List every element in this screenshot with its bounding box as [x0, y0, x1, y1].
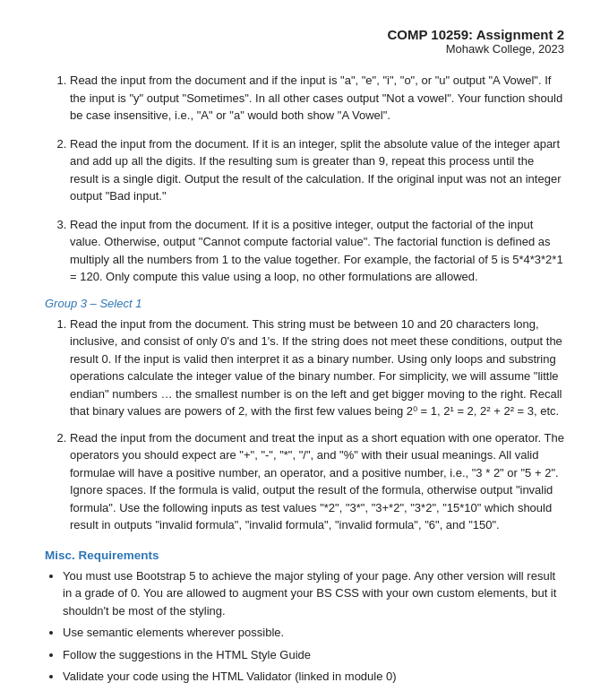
misc-item-2: Follow the suggestions in the HTML Style…	[63, 648, 311, 661]
misc-list: You must use Bootstrap 5 to achieve the …	[45, 567, 564, 686]
list-item: Read the input from the document and tre…	[70, 429, 564, 534]
page-header: COMP 10259: Assignment 2 Mohawk College,…	[45, 27, 564, 56]
misc-item-3: Validate your code using the HTML Valida…	[63, 670, 397, 683]
question-1-text: Read the input from the document and if …	[70, 73, 562, 122]
question-2-text: Read the input from the document. If it …	[70, 137, 561, 203]
group-question-1-text: Read the input from the document. This s…	[70, 317, 562, 419]
main-question-list: Read the input from the document and if …	[45, 72, 564, 286]
misc-heading: Misc. Requirements	[45, 549, 564, 562]
group-heading: Group 3 – Select 1	[45, 297, 564, 310]
list-item: Follow the suggestions in the HTML Style…	[63, 646, 564, 664]
list-item: Read the input from the document. If it …	[70, 216, 564, 286]
list-item: Use semantic elements wherever possible.	[63, 624, 564, 642]
list-item: Read the input from the document. This s…	[70, 315, 564, 420]
misc-item-1: Use semantic elements wherever possible.	[63, 626, 284, 639]
question-3-text: Read the input from the document. If it …	[70, 218, 563, 284]
list-item: You must use Bootstrap 5 to achieve the …	[63, 567, 564, 620]
page-title: COMP 10259: Assignment 2	[45, 27, 564, 42]
list-item: Read the input from the document and if …	[70, 72, 564, 125]
misc-item-0: You must use Bootstrap 5 to achieve the …	[63, 569, 556, 618]
page-subtitle: Mohawk College, 2023	[45, 42, 564, 56]
list-item: Read the input from the document. If it …	[70, 135, 564, 205]
group-question-2-text: Read the input from the document and tre…	[70, 431, 564, 532]
list-item: Validate your code using the HTML Valida…	[63, 668, 564, 686]
group-question-list: Read the input from the document. This s…	[45, 315, 564, 534]
